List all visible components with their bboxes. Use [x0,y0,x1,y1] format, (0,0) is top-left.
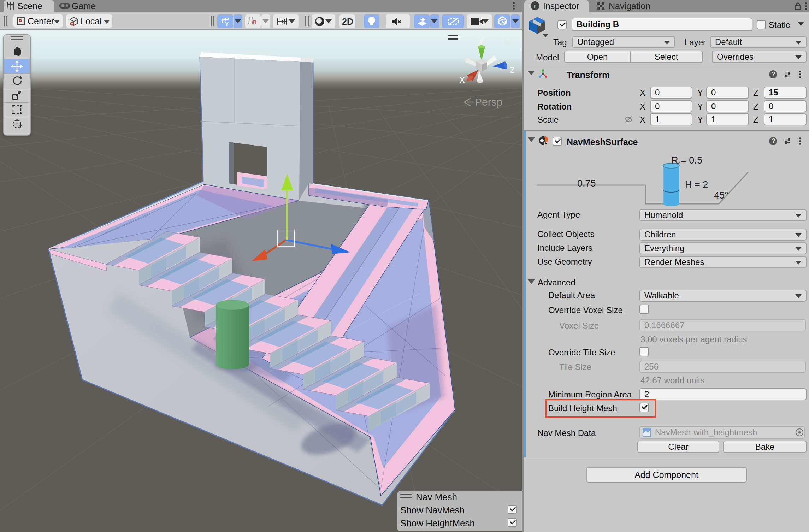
svg-text:45°: 45° [714,190,728,201]
svg-text:Persp: Persp [475,96,502,108]
svg-text:y: y [479,33,484,44]
svg-text:H = 2: H = 2 [685,179,708,190]
svg-text:0.75: 0.75 [577,178,596,189]
svg-text:Y: Y [225,21,229,26]
svg-text:x: x [460,73,465,85]
svg-text:z: z [510,64,515,75]
svg-text:R = 0.5: R = 0.5 [671,155,702,166]
